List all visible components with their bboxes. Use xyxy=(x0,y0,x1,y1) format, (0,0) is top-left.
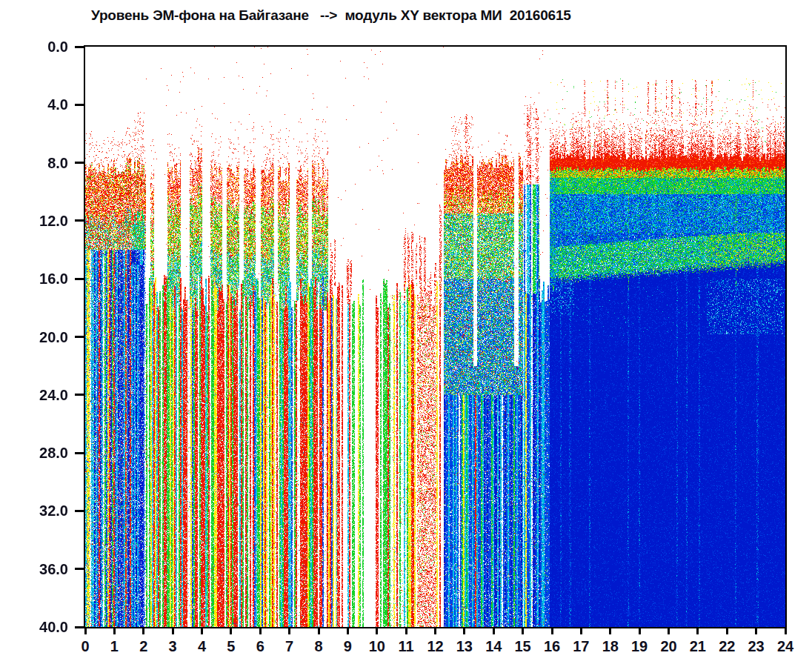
y-tick-label: 20.0 xyxy=(13,328,68,346)
x-tick-mark xyxy=(113,627,116,634)
y-tick-label: 40.0 xyxy=(13,618,68,636)
x-tick-mark xyxy=(405,627,407,634)
x-tick-label: 18 xyxy=(594,637,627,655)
x-tick-mark xyxy=(142,627,144,634)
y-tick-label: 4.0 xyxy=(13,96,68,113)
y-tick-mark xyxy=(75,394,84,396)
spectrogram-figure: Уровень ЭМ-фона на Байгазане --> модуль … xyxy=(0,0,812,667)
x-tick-label: 11 xyxy=(390,637,422,655)
x-tick-mark xyxy=(696,627,699,634)
y-tick-label: 8.0 xyxy=(13,154,68,172)
x-tick-mark xyxy=(639,627,641,634)
x-tick-mark xyxy=(609,627,611,634)
x-tick-mark xyxy=(755,627,757,634)
x-tick-label: 2 xyxy=(127,637,160,655)
x-tick-label: 19 xyxy=(623,637,656,655)
y-tick-label: 32.0 xyxy=(13,502,68,520)
spectrogram-canvas xyxy=(85,47,785,627)
x-tick-label: 22 xyxy=(710,637,743,655)
x-tick-mark xyxy=(84,627,87,634)
x-tick-label: 13 xyxy=(448,637,481,655)
x-tick-mark xyxy=(201,627,203,634)
x-tick-mark xyxy=(493,627,495,634)
x-tick-label: 24 xyxy=(769,637,802,655)
x-tick-mark xyxy=(785,627,787,634)
y-tick-label: 24.0 xyxy=(13,386,68,404)
x-tick-label: 12 xyxy=(419,637,452,655)
x-tick-label: 1 xyxy=(98,637,130,655)
x-tick-label: 21 xyxy=(682,637,714,655)
y-tick-mark xyxy=(75,510,84,512)
figure-title: Уровень ЭМ-фона на Байгазане --> модуль … xyxy=(91,7,571,24)
x-tick-mark xyxy=(347,627,349,634)
x-tick-mark xyxy=(522,627,524,634)
x-tick-label: 4 xyxy=(186,637,219,655)
y-tick-label: 36.0 xyxy=(13,560,68,578)
y-tick-mark xyxy=(75,568,84,570)
x-tick-label: 8 xyxy=(302,637,335,655)
x-tick-label: 15 xyxy=(507,637,539,655)
x-tick-label: 3 xyxy=(156,637,189,655)
x-tick-label: 7 xyxy=(273,637,306,655)
x-tick-label: 23 xyxy=(740,637,773,655)
y-tick-mark xyxy=(75,626,84,628)
x-tick-mark xyxy=(726,627,728,634)
x-tick-mark xyxy=(172,627,174,634)
y-tick-label: 16.0 xyxy=(13,270,68,288)
x-tick-mark xyxy=(230,627,232,634)
x-tick-mark xyxy=(318,627,320,634)
x-tick-label: 20 xyxy=(653,637,685,655)
x-tick-mark xyxy=(580,627,582,634)
x-tick-mark xyxy=(376,627,378,634)
plot-frame xyxy=(84,45,787,628)
x-tick-label: 14 xyxy=(477,637,510,655)
y-tick-label: 0.0 xyxy=(13,38,68,56)
x-tick-mark xyxy=(434,627,436,634)
y-tick-mark xyxy=(75,336,84,338)
y-tick-mark xyxy=(75,162,84,164)
x-tick-mark xyxy=(668,627,670,634)
x-tick-label: 5 xyxy=(215,637,247,655)
y-tick-label: 28.0 xyxy=(13,444,68,462)
y-tick-mark xyxy=(75,219,84,222)
y-tick-mark xyxy=(75,104,84,106)
x-tick-label: 17 xyxy=(565,637,597,655)
x-tick-label: 16 xyxy=(536,637,568,655)
x-tick-mark xyxy=(551,627,553,634)
x-tick-mark xyxy=(288,627,290,634)
y-tick-mark xyxy=(75,278,84,280)
x-tick-label: 6 xyxy=(244,637,276,655)
x-tick-mark xyxy=(259,627,262,634)
y-tick-mark xyxy=(75,46,84,48)
x-tick-label: 9 xyxy=(331,637,364,655)
y-tick-mark xyxy=(75,452,84,454)
x-tick-mark xyxy=(463,627,465,634)
y-tick-label: 12.0 xyxy=(13,212,68,230)
x-tick-label: 10 xyxy=(361,637,393,655)
x-tick-label: 0 xyxy=(69,637,102,655)
